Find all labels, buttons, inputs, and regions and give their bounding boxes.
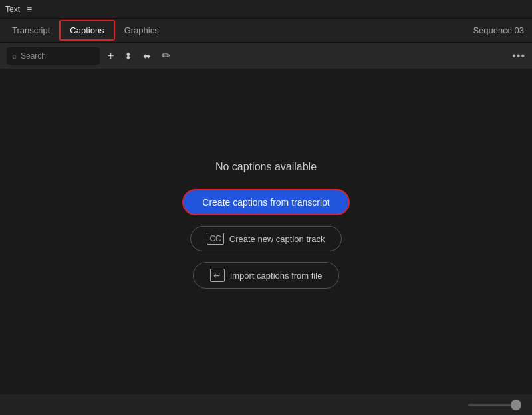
search-input[interactable]	[21, 51, 87, 61]
bottom-bar	[0, 394, 532, 415]
search-box[interactable]: ⌕	[7, 47, 100, 65]
tab-graphics[interactable]: Graphics	[115, 21, 168, 39]
toolbar: ⌕ + ⬍ ⬌ ✏ •••	[0, 43, 532, 69]
import-icon: ↵	[210, 269, 225, 282]
create-captions-from-transcript-button[interactable]: Create captions from transcript	[182, 189, 349, 215]
tab-captions[interactable]: Captions	[59, 20, 114, 41]
import-captions-button[interactable]: ↵ Import captions from file	[193, 262, 339, 289]
distribute-button[interactable]: ⬍	[122, 49, 135, 63]
text-label: Text	[5, 5, 20, 14]
search-icon: ⌕	[12, 51, 17, 61]
top-bar: Text ≡	[0, 0, 532, 19]
main-content: No captions available Create captions fr…	[0, 69, 532, 394]
tab-transcript[interactable]: Transcript	[3, 21, 59, 39]
menu-icon[interactable]: ≡	[27, 4, 32, 15]
cc-icon: CC	[207, 233, 223, 245]
edit-button[interactable]: ✏	[159, 48, 173, 63]
sequence-label: Sequence 03	[473, 25, 524, 35]
nav-tabs: Transcript Captions Graphics Sequence 03	[0, 19, 532, 43]
add-button[interactable]: +	[105, 49, 116, 63]
zoom-thumb[interactable]	[511, 400, 521, 410]
zoom-track[interactable]	[468, 404, 521, 406]
align-button[interactable]: ⬌	[140, 49, 154, 63]
more-options-button[interactable]: •••	[512, 50, 525, 62]
create-new-caption-track-button[interactable]: CC Create new caption track	[190, 226, 341, 251]
empty-message: No captions available	[215, 161, 317, 173]
